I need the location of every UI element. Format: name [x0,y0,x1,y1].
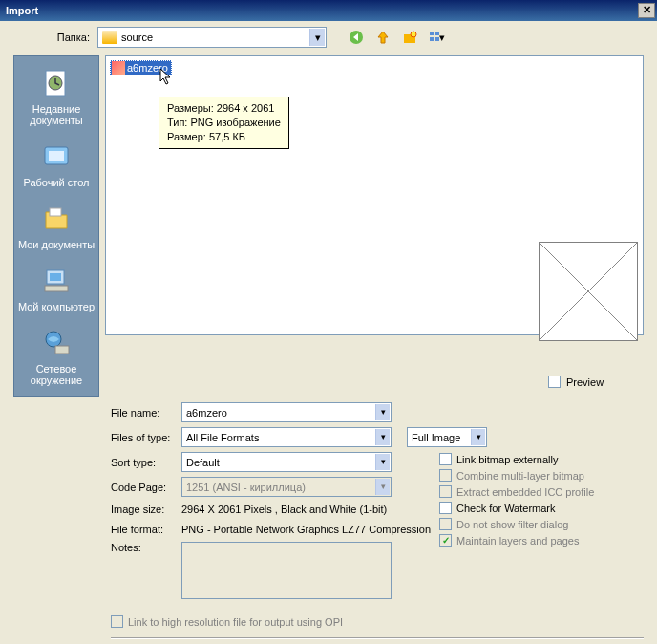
preview-label: Preview [566,376,604,388]
filetype-dropdown[interactable]: All File Formats▾ [181,427,392,447]
checkbox [439,518,452,530]
tooltip-line: Размеры: 2964 x 2061 [167,101,281,116]
filter-row: Do not show filter dialog [439,518,594,530]
tooltip-line: Тип: PNG изображение [167,116,281,130]
sidebar-item-label: Рабочий стол [23,177,89,188]
sidebar-item-label: Недавние документы [30,103,83,126]
imagesize-label: Image size: [111,504,174,515]
link-ext-row[interactable]: Link bitmap externally [439,453,594,465]
notes-label: Notes: [111,542,174,553]
preview-thumbnail [539,242,638,341]
folder-label: Папка: [13,32,90,43]
svg-rect-3 [430,32,434,35]
computer-icon [39,264,74,298]
view-mode-icon[interactable]: ▾ [428,29,445,46]
fileformat-value: PNG - Portable Network Graphics LZ77 Com… [181,522,431,537]
notes-textarea [181,542,392,599]
fullimage-dropdown[interactable]: Full Image▾ [407,427,487,447]
sidebar-item-label: Сетевое окружение [31,363,82,386]
sidebar-item-label: Мои документы [18,239,95,250]
toolbar-icons: ▾ [348,29,445,46]
checkbox [439,469,452,482]
checkbox [439,534,452,547]
opi-row: Link to high resolution file for output … [111,604,644,633]
combine-row: Combine multi-layer bitmap [439,469,594,482]
desktop-icon [39,140,74,174]
svg-point-2 [411,32,416,37]
filename-label: File name: [111,407,174,419]
folder-value: source [121,32,153,43]
folder-icon [102,31,117,44]
imagesize-value: 2964 X 2061 Pixels , Black and White (1-… [181,502,387,517]
recent-docs-icon [39,66,74,100]
svg-rect-5 [430,37,434,41]
maintain-row: Maintain layers and pages [439,534,594,547]
checkbox[interactable] [439,453,452,465]
sort-dropdown[interactable]: Default▾ [181,452,392,472]
up-icon[interactable] [374,29,392,46]
svg-rect-10 [49,151,64,161]
extract-row: Extract embedded ICC profile [439,485,594,498]
sidebar-item-network[interactable]: Сетевое окружение [16,326,96,386]
opi-label: Link to high resolution file for output … [128,616,343,628]
codepage-dropdown: 1251 (ANSI - кириллица)▾ [181,477,392,497]
chevron-down-icon[interactable]: ▾ [471,429,485,445]
back-icon[interactable] [348,29,365,46]
checkbox [111,615,123,628]
fileformat-label: File format: [111,524,174,535]
chevron-down-icon: ▾ [375,479,390,495]
sort-label: Sort type: [111,457,174,468]
sidebar-item-desktop[interactable]: Рабочий стол [23,140,89,188]
file-tooltip: Размеры: 2964 x 2061 Тип: PNG изображени… [159,97,289,149]
preview-checkbox-row[interactable]: Preview [548,376,604,388]
chevron-down-icon[interactable]: ▾ [375,429,390,445]
cursor-icon [159,68,175,87]
file-icon [112,61,125,75]
tooltip-line: Размер: 57,5 КБ [167,130,281,144]
folder-dropdown[interactable]: source ▾ [97,27,327,48]
sidebar-item-mycomputer[interactable]: Мой компьютер [18,264,95,312]
chevron-down-icon[interactable]: ▾ [375,404,390,420]
chevron-down-icon[interactable]: ▾ [309,29,325,46]
svg-rect-4 [435,32,439,35]
form-area: File name: a6mzero▾ Files of type: All F… [0,397,657,644]
sidebar: Недавние документы Рабочий стол Мои доку… [13,55,99,397]
filetype-label: Files of type: [111,432,174,443]
sidebar-item-label: Мой компьютер [18,301,95,312]
new-folder-icon[interactable] [401,29,418,46]
titlebar: Import ✕ [0,0,657,21]
filename-input[interactable]: a6mzero▾ [181,402,392,422]
watermark-row[interactable]: Check for Watermark [439,502,594,514]
checkbox [439,485,452,498]
chevron-down-icon[interactable]: ▾ [375,454,390,470]
svg-rect-11 [50,208,61,216]
svg-rect-14 [45,286,68,291]
network-icon [39,326,74,360]
codepage-label: Code Page: [111,482,174,493]
sidebar-item-mydocs[interactable]: Мои документы [18,202,95,250]
sidebar-item-recent[interactable]: Недавние документы [16,66,96,126]
checkbox[interactable] [439,502,452,514]
folder-row: Папка: source ▾ ▾ [0,21,657,55]
options-checkboxes: Link bitmap externally Combine multi-lay… [439,453,594,547]
svg-rect-13 [50,273,61,281]
svg-rect-6 [435,37,439,41]
preview-checkbox[interactable] [548,376,561,388]
separator [111,637,644,639]
svg-rect-16 [55,346,69,354]
window-title: Import [6,5,38,16]
mydocs-icon [39,202,74,236]
close-button[interactable]: ✕ [638,3,655,18]
